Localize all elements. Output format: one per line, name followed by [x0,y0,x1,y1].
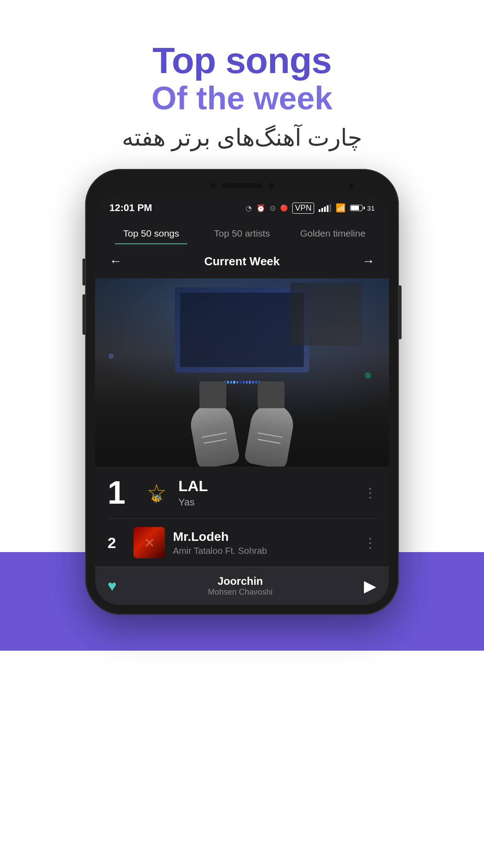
phone-and-strip: 12:01 PM ◔ ⏰ ⊙ 🔴 VPN [85,169,399,651]
prev-week-button[interactable]: ← [109,254,122,268]
player-bar: ♥ Joorchin Mohsen Chavoshi ▶ [95,566,389,605]
shoes-illustration [188,368,296,466]
wifi-icon: 📶 [336,203,346,213]
status-icons-group: ◔ ⏰ ⊙ 🔴 VPN [246,203,375,214]
track-2-artist: Amir Tataloo Ft. Sohrab [173,546,356,556]
featured-track-info: LAL Yas [178,477,356,508]
track-2-more-button[interactable]: ⋮ [364,535,376,550]
phone-container: 12:01 PM ◔ ⏰ ⊙ 🔴 VPN [85,169,399,615]
featured-track-artist: Yas [178,497,356,508]
status-bar: 12:01 PM ◔ ⏰ ⊙ 🔴 VPN [95,194,389,218]
signal-bar-2 [321,208,323,212]
monitor-screen [175,287,309,372]
timer-icon: ⊙ [270,204,276,212]
week-navigator: ← Current Week → [95,244,389,278]
shoe-left [188,401,241,466]
phone-outer-frame: 12:01 PM ◔ ⏰ ⊙ 🔴 VPN [85,169,399,615]
header-section: Top songs Of the week چارت آهنگ‌های برتر… [122,0,362,169]
player-track-artist: Mohsen Chavoshi [125,587,355,597]
tab-golden-timeline[interactable]: Golden timeline [287,222,378,244]
volume-button-bottom [82,294,85,335]
track-item-2[interactable]: 2 Mr.Lodeh Amir Tataloo Ft. Sohrab ⋮ [95,519,389,566]
week-title: Current Week [204,255,280,268]
bokeh-blue [108,354,114,359]
shoe-lace-4 [257,439,281,444]
track-2-title: Mr.Lodeh [173,530,356,544]
vpn-badge: VPN [292,203,314,214]
battery-fill [351,206,359,210]
track-2-rank: 2 [108,534,125,552]
tab-top-50-songs[interactable]: Top 50 songs [106,222,197,244]
status-time: 12:01 PM [109,202,152,214]
nav-tabs: Top 50 songs Top 50 artists Golden timel… [95,218,389,244]
featured-track-title: LAL [178,477,356,495]
featured-track-star: ☆ 🐝 [143,479,170,506]
player-track-title: Joorchin [125,575,355,587]
signal-bar-3 [324,207,326,212]
signal-bar-4 [327,205,328,212]
battery-tip [363,207,365,209]
speaker-grille [222,183,262,188]
signal-bar-5 [329,204,331,212]
shoe-lace-3 [257,432,282,438]
sensor-dot [349,183,353,188]
track-2-thumbnail [134,527,165,558]
bee-icon: 🐝 [151,494,161,504]
headline-of-week: Of the week [122,81,362,116]
track-2-art [134,527,165,558]
battery-body [350,205,363,211]
leg-left [199,381,226,408]
headline-persian: چارت آهنگ‌های برتر هفته [122,124,362,151]
bottom-spacer [85,615,399,651]
bokeh-green [365,372,371,379]
page-wrapper: Top songs Of the week چارت آهنگ‌های برتر… [0,0,484,868]
player-heart-button[interactable]: ♥ [108,577,117,595]
power-button [399,285,402,339]
headline-top-songs: Top songs [122,40,362,81]
signal-bars [319,204,331,212]
shield-icon: 🔴 [280,204,288,212]
camera-row [95,179,389,192]
monitor-inner [180,293,304,367]
battery-icon: 31 [350,204,375,212]
featured-track-rank: 1 [108,476,134,509]
signal-bar-1 [319,209,320,212]
featured-track-more-button[interactable]: ⋮ [364,485,376,500]
next-week-button[interactable]: → [362,254,375,268]
player-play-button[interactable]: ▶ [364,577,376,596]
shoe-lace-2 [203,439,227,444]
tab-top-50-artists[interactable]: Top 50 artists [197,222,288,244]
clock-icon: ⏰ [256,204,265,212]
player-track-info: Joorchin Mohsen Chavoshi [117,575,364,597]
track-2-info: Mr.Lodeh Amir Tataloo Ft. Sohrab [173,530,356,556]
monitor-2 [290,283,362,345]
hero-image [95,278,389,466]
shoe-lace-1 [201,432,226,438]
shoe-right [244,401,297,466]
leg-right [258,381,285,408]
battery-percent: 31 [367,204,375,212]
alarm-icon: ◔ [246,204,252,212]
camera-dot-left [210,183,216,188]
featured-track: 1 ☆ 🐝 LAL Yas ⋮ [95,466,389,518]
phone-screen: 12:01 PM ◔ ⏰ ⊙ 🔴 VPN [95,194,389,605]
volume-button-top [82,259,85,285]
studio-background [95,278,389,466]
camera-dot-right [268,183,274,188]
